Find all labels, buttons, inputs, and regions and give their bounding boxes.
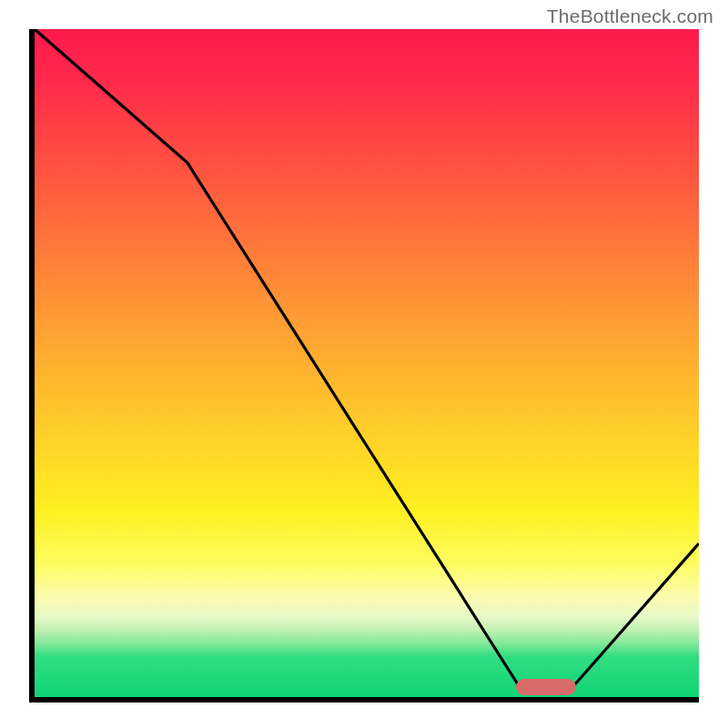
watermark-text: TheBottleneck.com xyxy=(547,5,713,27)
chart-container: TheBottleneck.com xyxy=(0,0,728,728)
axes-frame xyxy=(29,29,699,703)
